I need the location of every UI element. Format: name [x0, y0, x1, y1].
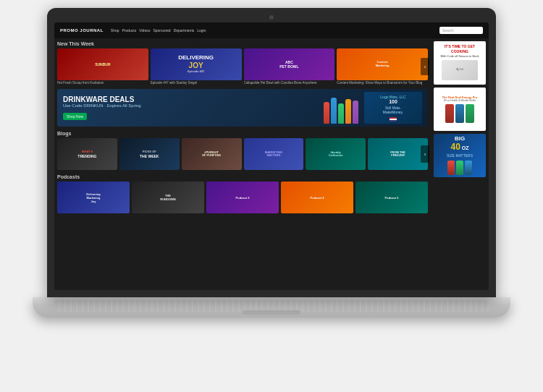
banner-products: [324, 92, 358, 124]
screen: PROMO JOURNAL Shop Products Videos Spons…: [54, 22, 489, 290]
banner-section: DRINKWARE DEALS Use Code DRINKUN · Expir…: [57, 89, 428, 127]
nav-products[interactable]: Products: [122, 28, 137, 33]
blog-6[interactable]: FROM THEFREEZER: [368, 138, 428, 170]
nav-bar: PROMO JOURNAL Shop Products Videos Spons…: [54, 22, 489, 38]
new-this-week-section: New This Week SUNBUR Hot Fresh Scoop fro…: [57, 41, 428, 85]
thumb-caption-1: Hot Fresh Scoop from Koolatron: [57, 81, 148, 85]
logo-mats-ad[interactable]: Logo Mats, LLC100 Sell Mats.MakeMoney.: [364, 92, 422, 124]
podcasts-title: Podcasts: [57, 174, 428, 179]
banner-ad[interactable]: DRINKWARE DEALS Use Code DRINKUN · Expir…: [57, 89, 428, 127]
thumb-img-3: ABCPET BOWL: [244, 48, 335, 80]
blog-img-4: MARKETINGMATTERS: [244, 138, 304, 170]
blog-img-1: WHAT'S TRENDING: [57, 138, 117, 170]
keyboard: [54, 300, 489, 312]
banner-subtitle: Use Code DRINKUN · Expires All Spring: [63, 103, 318, 108]
nav-videos[interactable]: Videos: [139, 28, 150, 33]
podcasts-grid: DeliveringMarketingJoy THERUNDOWN Podcas…: [57, 182, 428, 213]
sidebar-ad-3[interactable]: BIG40 OZ SIZE MATTERS: [434, 134, 486, 177]
content-area: New This Week SUNBUR Hot Fresh Scoop fro…: [54, 38, 489, 290]
banner-cta-button[interactable]: Shop Now: [63, 113, 87, 120]
nav-shop[interactable]: Shop: [111, 28, 119, 33]
nav-departments[interactable]: Departments: [174, 28, 195, 33]
camera: [269, 15, 274, 20]
sidebar-ad-1[interactable]: IT'S TIME TO GET COOKING With Code all S…: [434, 41, 486, 85]
nav-sponsored[interactable]: Sponsored: [153, 28, 170, 33]
thumb-img-1: SUNBUR: [57, 48, 148, 80]
logo-mats-title: Logo Mats, LLC100: [380, 95, 405, 104]
thumb-img-2: DELIVERING JOY Episode 447: [151, 48, 242, 80]
thumb-item-2[interactable]: DELIVERING JOY Episode 447 Episode 447 w…: [151, 48, 242, 85]
podcast-5[interactable]: Podcast 5: [355, 182, 428, 213]
blog-3[interactable]: #PURSUITOF PURPOSE: [182, 138, 242, 170]
logo-text: PROMO JOURNAL: [60, 28, 104, 33]
banner-text: DRINKWARE DEALS Use Code DRINKUN · Expir…: [63, 95, 318, 121]
thumb-caption-3: Collapsible Pet Bowl with Carolina Bone …: [244, 81, 335, 85]
blogs-grid: WHAT'S TRENDING PICKS OF THE WEEK: [57, 138, 428, 170]
thumb-item-1[interactable]: SUNBUR Hot Fresh Scoop from Koolatron: [57, 48, 148, 85]
screen-bezel: PROMO JOURNAL Shop Products Videos Spons…: [47, 8, 496, 297]
blogs-title: Blogs: [57, 131, 428, 136]
sidebar-ad-2[interactable]: The Real Deal Energy Pro 20 oz Health & …: [434, 88, 486, 131]
podcast-2[interactable]: THERUNDOWN: [132, 182, 204, 213]
thumb-item-4[interactable]: ContentMarketing Content Marketing: Show…: [337, 48, 428, 85]
nav-login[interactable]: Login: [197, 28, 206, 33]
sidebar-ad-img-2: The Real Deal Energy Pro 20 oz Health & …: [434, 88, 486, 131]
laptop: PROMO JOURNAL Shop Products Videos Spons…: [18, 8, 525, 384]
right-sidebar: IT'S TIME TO GET COOKING With Code all S…: [431, 38, 489, 290]
podcast-1[interactable]: DeliveringMarketingJoy: [57, 182, 130, 213]
blog-img-5: IdentityCollection: [306, 138, 366, 170]
thumb-caption-4: Content Marketing: Show Ways to Brainsto…: [337, 81, 428, 85]
podcast-4[interactable]: Podcast 4: [281, 182, 353, 213]
blog-2[interactable]: PICKS OF THE WEEK: [119, 138, 180, 170]
next-arrow[interactable]: ›: [421, 58, 429, 75]
new-this-week-title: New This Week: [57, 41, 428, 46]
new-this-week-grid: SUNBUR Hot Fresh Scoop from Koolatron DE…: [57, 48, 428, 85]
thumb-caption-2: Episode 447 with Stanley Siegel: [151, 81, 242, 85]
website: PROMO JOURNAL Shop Products Videos Spons…: [54, 22, 489, 290]
blogs-next-arrow[interactable]: ›: [421, 145, 429, 163]
laptop-base: [33, 297, 510, 318]
blog-5[interactable]: IdentityCollection: [306, 138, 366, 170]
sidebar-ad-img-1: IT'S TIME TO GET COOKING With Code all S…: [434, 41, 486, 85]
search-placeholder: Search: [442, 28, 454, 33]
banner-title: DRINKWARE DEALS: [63, 95, 318, 103]
sidebar-ad-img-3: BIG40 OZ SIZE MATTERS: [434, 134, 486, 177]
blog-img-2: PICKS OF THE WEEK: [119, 138, 180, 170]
nav-links: Shop Products Videos Sponsored Departmen…: [111, 28, 206, 33]
blog-4[interactable]: MARKETINGMATTERS: [244, 138, 304, 170]
flag-icons: [390, 117, 397, 122]
podcasts-section: Podcasts DeliveringMarketingJoy THERUNDO…: [57, 174, 428, 213]
nav-logo: PROMO JOURNAL: [60, 28, 104, 33]
blogs-section: Blogs WHAT'S TRENDING: [57, 131, 428, 170]
search-box[interactable]: Search: [439, 27, 483, 34]
blog-img-3: #PURSUITOF PURPOSE: [182, 138, 242, 170]
main-content: New This Week SUNBUR Hot Fresh Scoop fro…: [54, 38, 431, 290]
blog-1[interactable]: WHAT'S TRENDING: [57, 138, 117, 170]
thumb-img-4: ContentMarketing: [337, 48, 428, 80]
thumb-item-3[interactable]: ABCPET BOWL Collapsible Pet Bowl with Ca…: [244, 48, 335, 85]
blog-img-6: FROM THEFREEZER: [368, 138, 428, 170]
podcast-3[interactable]: Podcast 3: [206, 182, 279, 213]
